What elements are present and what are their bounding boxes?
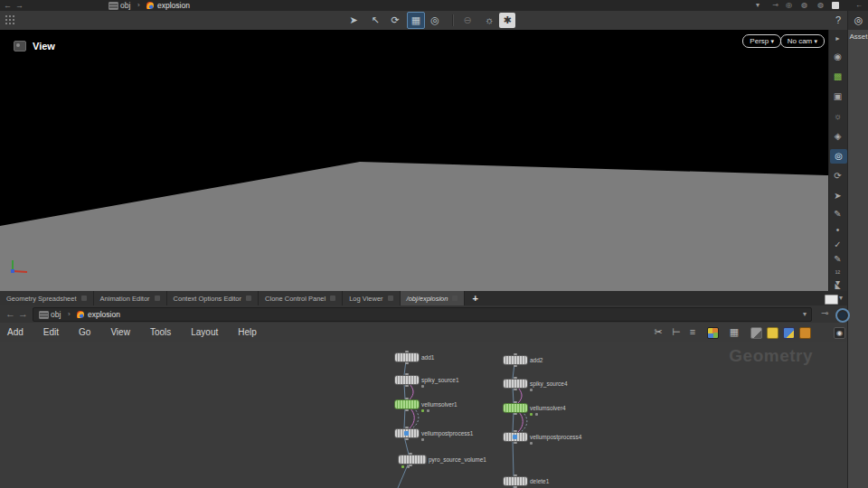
expander-icon[interactable]: ► (829, 32, 846, 46)
asset-panel-tab[interactable]: Asset (848, 33, 868, 41)
network-box-icon[interactable] (783, 327, 795, 339)
node-spiky-source4[interactable] (503, 379, 528, 389)
background-image-icon[interactable] (750, 327, 762, 339)
handles-tool-icon[interactable]: ⟳ (387, 13, 403, 28)
list-view-icon[interactable]: ≡ (685, 325, 700, 339)
globe-icon[interactable]: ◍ (801, 0, 807, 11)
close-icon[interactable] (330, 296, 335, 301)
close-icon[interactable] (246, 296, 251, 301)
path-dropdown-icon[interactable]: ▾ (756, 0, 760, 11)
node-vellumsolver4[interactable] (503, 403, 528, 413)
node-label: pyro_source_volume1 (429, 456, 486, 463)
points-display-icon[interactable]: • (829, 223, 846, 238)
display-options-icon[interactable]: ✱ (499, 13, 515, 28)
display-mode-icon[interactable]: ◎ (830, 149, 847, 164)
close-icon[interactable] (388, 296, 393, 301)
snap-icon[interactable]: ✎ (829, 207, 846, 221)
tabbar-menu-icon[interactable]: ▾ (839, 293, 843, 304)
page-icon[interactable] (832, 2, 839, 9)
pane-tab-bar: Geometry Spreadsheet Animation Editor Co… (0, 291, 847, 306)
material-icon[interactable]: ◈ (829, 129, 846, 144)
menu-add[interactable]: Add (0, 323, 33, 342)
menu-tools[interactable]: Tools (140, 323, 181, 342)
globe2-icon[interactable]: ◍ (817, 0, 824, 11)
lighting-icon[interactable]: ☼ (829, 109, 846, 124)
node-badge (407, 465, 410, 468)
layout-tool-icon[interactable]: ▦ (407, 12, 425, 29)
network-path-field[interactable]: obj › explosion ▾ (33, 307, 812, 322)
shade-mode-icon[interactable]: ☼ (481, 13, 497, 28)
snapshot-icon[interactable]: ▩ (829, 70, 846, 84)
menu-go[interactable]: Go (69, 323, 100, 342)
select-geometry-icon[interactable]: ➤ (829, 189, 846, 203)
node-type-glyph (513, 435, 517, 439)
color-palette-icon[interactable] (707, 327, 719, 339)
tab-clone-control-panel[interactable]: Clone Control Panel (259, 291, 343, 305)
breadcrumb-explosion[interactable]: explosion (157, 0, 190, 11)
panel-search-icon[interactable]: ◎ (848, 11, 868, 30)
projection-selector[interactable]: Persp ▾ (742, 34, 781, 48)
pin-icon[interactable]: ⊸ (772, 0, 778, 11)
node-vellumsolver1[interactable] (394, 399, 420, 409)
tree-view-icon[interactable]: ⊢ (669, 325, 684, 339)
tab-obj-explosion[interactable]: /obj/explosion (401, 291, 466, 305)
lock-camera-icon[interactable]: ▣ (829, 89, 846, 104)
overview-icon[interactable]: ◉ (834, 327, 845, 339)
path-obj[interactable]: obj (51, 308, 61, 321)
radial-menu-icon[interactable]: ◎ (786, 0, 792, 11)
net-forward-icon[interactable]: → (18, 308, 28, 319)
view-tool-icon[interactable]: ◎ (427, 13, 443, 28)
tab-log-viewer[interactable]: Log Viewer (343, 291, 400, 305)
recook-icon[interactable]: ⟳ (829, 169, 846, 183)
scene-viewport[interactable]: View Persp ▾ No cam ▾ (0, 30, 828, 291)
path-dropdown-icon[interactable]: ▾ (803, 309, 807, 320)
node-spiky-source1[interactable] (394, 375, 420, 385)
maximize-pane-icon[interactable] (825, 295, 838, 305)
close-icon[interactable] (452, 296, 458, 301)
hide-shelf-icon[interactable]: ← (855, 0, 863, 11)
pen-icon[interactable]: ✎ (829, 252, 846, 267)
pin-pane-icon[interactable]: ⊸ (821, 308, 828, 319)
history-back-icon[interactable]: ← (4, 0, 12, 11)
node-delete1[interactable] (503, 476, 528, 486)
tab-animation-editor[interactable]: Animation Editor (94, 291, 167, 305)
node-add2[interactable] (503, 355, 528, 365)
node-badge (401, 465, 404, 468)
tools-icon[interactable]: ✂ (651, 325, 665, 339)
menu-layout[interactable]: Layout (181, 323, 228, 342)
visibility-icon[interactable]: ◉ (829, 50, 846, 64)
toolbox-icon[interactable] (799, 327, 811, 339)
new-tab-button[interactable]: + (465, 293, 485, 304)
close-icon[interactable] (155, 296, 160, 301)
tab-geometry-spreadsheet[interactable]: Geometry Spreadsheet (0, 291, 94, 305)
node-vellumpostprocess1[interactable] (394, 428, 420, 438)
node-vellumpostprocess4[interactable] (503, 432, 528, 442)
help-icon[interactable]: ? (830, 13, 846, 28)
camera-selector[interactable]: No cam ▾ (780, 34, 825, 48)
sticky-note-icon[interactable] (767, 327, 778, 339)
toolbar-grip-icon[interactable] (5, 15, 15, 25)
follow-selection-icon[interactable] (835, 308, 850, 323)
pane-menu-icon[interactable] (14, 41, 26, 52)
move-tool-icon[interactable]: ↖ (367, 13, 383, 28)
snap-disabled-icon[interactable]: ⊖ (459, 13, 476, 28)
network-editor[interactable]: Geometry add1 spiky_source1 vellumsolver… (0, 342, 847, 488)
net-back-icon[interactable]: ← (5, 308, 15, 319)
tab-context-options-editor[interactable]: Context Options Editor (167, 291, 259, 305)
menu-help[interactable]: Help (228, 323, 267, 342)
history-forward-icon[interactable]: → (15, 0, 24, 11)
more-icon[interactable]: ▾ (829, 276, 846, 290)
menu-view[interactable]: View (100, 323, 140, 342)
node-pyro-source-volume1[interactable] (398, 455, 427, 465)
breadcrumb-obj[interactable]: obj (120, 0, 130, 11)
node-add1[interactable] (394, 352, 420, 362)
grid-view-icon[interactable]: ▦ (727, 325, 741, 339)
select-tool-icon[interactable]: ➤ (345, 13, 362, 28)
validate-icon[interactable]: ✓ (829, 238, 846, 252)
node-label: vellumpostprocess1 (421, 430, 473, 436)
viewport-right-toolbar: ► ◉ ▩ ▣ ☼ ◈ ◎ ⟳ ➤ ✎ • ✓ ✎ ¹² ◣ ¹² ▾ (828, 30, 848, 291)
close-icon[interactable] (81, 296, 87, 301)
obj-context-icon (108, 2, 118, 10)
path-explosion[interactable]: explosion (88, 308, 120, 321)
menu-edit[interactable]: Edit (33, 323, 69, 342)
